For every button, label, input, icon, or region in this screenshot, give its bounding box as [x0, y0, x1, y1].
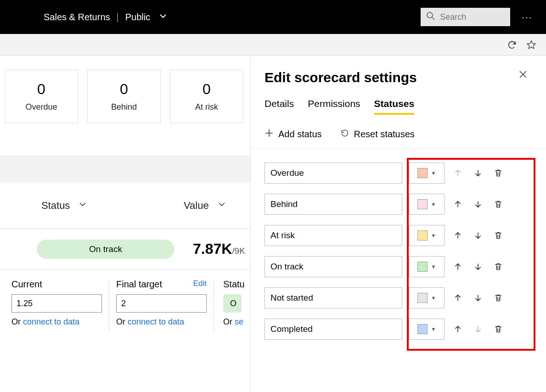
chevron-down-icon: [217, 200, 226, 212]
card-count: 0: [203, 81, 211, 98]
color-swatch-icon: [417, 262, 428, 272]
workspace-name[interactable]: Sales & Returns: [44, 12, 110, 22]
color-swatch-dropdown[interactable]: ▼: [409, 256, 445, 277]
search-box[interactable]: [421, 8, 510, 26]
delete-button[interactable]: [491, 260, 505, 274]
chevron-down-icon[interactable]: [158, 11, 168, 23]
edit-link[interactable]: Edit: [193, 279, 207, 290]
panel-tabs: Details Permissions Statuses: [265, 98, 537, 115]
add-status-button[interactable]: Add status: [265, 129, 322, 140]
caret-down-icon: ▼: [431, 233, 436, 238]
delete-button[interactable]: [491, 291, 505, 305]
search-input[interactable]: [440, 12, 505, 22]
color-swatch-icon: [417, 168, 428, 178]
reset-label: Reset statuses: [354, 129, 415, 140]
move-down-button[interactable]: [471, 166, 485, 180]
card-behind[interactable]: 0 Behind: [87, 70, 161, 123]
status-row: ▼: [265, 225, 537, 246]
current-input[interactable]: [11, 294, 102, 313]
tab-statuses[interactable]: Statuses: [374, 98, 415, 115]
status-row: ▼: [265, 319, 537, 340]
svg-line-1: [432, 17, 434, 20]
visibility-label[interactable]: Public: [125, 12, 150, 22]
connect-to-data-link[interactable]: connect to data: [23, 317, 79, 326]
move-up-button[interactable]: [451, 322, 465, 336]
status-row: ▼: [265, 162, 537, 184]
move-up-button[interactable]: [451, 197, 465, 211]
card-count: 0: [37, 81, 45, 98]
field-label: Statu: [223, 279, 245, 289]
metric-value: 7.87K/9K: [193, 241, 245, 258]
panel-actions: Add status Reset statuses: [251, 129, 546, 149]
status-name-input[interactable]: [265, 162, 402, 184]
status-name-input[interactable]: [265, 287, 402, 308]
final-target-input[interactable]: [116, 294, 207, 313]
color-swatch-dropdown[interactable]: ▼: [409, 225, 445, 246]
status-name-input[interactable]: [265, 194, 402, 215]
card-overdue[interactable]: 0 Overdue: [5, 70, 78, 123]
color-swatch-dropdown[interactable]: ▼: [409, 162, 445, 184]
delete-button[interactable]: [491, 229, 505, 242]
column-label: Status: [41, 200, 70, 212]
color-swatch-icon: [417, 230, 428, 241]
color-swatch-dropdown[interactable]: ▼: [409, 194, 445, 215]
caret-down-icon: ▼: [431, 295, 436, 301]
add-status-label: Add status: [278, 129, 322, 140]
delete-button[interactable]: [491, 322, 505, 336]
status-row: ▼: [265, 256, 537, 277]
favorite-star-icon[interactable]: [526, 39, 537, 50]
move-down-button[interactable]: [471, 260, 485, 274]
svg-point-0: [427, 12, 433, 18]
close-icon[interactable]: [518, 70, 528, 81]
breadcrumb-divider: |: [117, 12, 119, 22]
more-options-icon[interactable]: ···: [522, 12, 532, 22]
color-swatch-dropdown[interactable]: ▼: [409, 287, 445, 308]
color-swatch-dropdown[interactable]: ▼: [409, 319, 445, 340]
card-at-risk[interactable]: 0 At risk: [170, 70, 243, 123]
top-navigation: Sales & Returns | Public ···: [0, 0, 546, 34]
settings-panel: Edit scorecard settings Details Permissi…: [250, 56, 546, 392]
color-swatch-icon: [417, 199, 428, 209]
status-row: ▼: [265, 194, 537, 215]
status-row: ▼: [265, 287, 537, 308]
value-main: 7.87K: [193, 241, 232, 257]
tab-details[interactable]: Details: [265, 98, 294, 115]
move-up-button[interactable]: [451, 229, 465, 242]
status-name-input[interactable]: [265, 319, 402, 340]
delete-button[interactable]: [491, 197, 505, 211]
reset-icon: [340, 129, 349, 140]
status-pill[interactable]: On track: [37, 240, 174, 259]
value-sub: /9K: [232, 246, 245, 256]
status-pill-small[interactable]: O: [223, 294, 242, 313]
move-down-button[interactable]: [471, 197, 485, 211]
column-label: Value: [184, 200, 209, 212]
status-name-input[interactable]: [265, 225, 402, 246]
connect-text: Or connect to data: [116, 317, 207, 327]
refresh-icon[interactable]: [507, 39, 518, 50]
caret-down-icon: ▼: [431, 264, 436, 269]
caret-down-icon: ▼: [431, 202, 436, 207]
field-label: Final target: [116, 279, 162, 290]
delete-button[interactable]: [491, 166, 505, 180]
move-up-button[interactable]: [451, 260, 465, 274]
plus-icon: [265, 129, 274, 140]
move-down-button: [471, 322, 485, 336]
sub-toolbar: [0, 34, 546, 56]
card-count: 0: [120, 81, 128, 98]
status-field-block: Statu O Or se: [219, 279, 245, 331]
column-header-value[interactable]: Value: [184, 200, 226, 212]
column-header-status[interactable]: Status: [41, 200, 184, 212]
panel-title: Edit scorecard settings: [265, 70, 537, 85]
breadcrumb: Sales & Returns | Public: [44, 11, 168, 23]
move-up-button[interactable]: [451, 291, 465, 305]
search-icon: [426, 11, 435, 23]
card-label: Behind: [111, 102, 137, 112]
move-down-button[interactable]: [471, 229, 485, 242]
current-field-block: Current Or connect to data: [9, 279, 109, 331]
tab-permissions[interactable]: Permissions: [308, 98, 360, 115]
connect-to-data-link[interactable]: connect to data: [128, 317, 184, 326]
reset-statuses-button[interactable]: Reset statuses: [340, 129, 415, 140]
status-name-input[interactable]: [265, 256, 402, 277]
move-down-button[interactable]: [471, 291, 485, 305]
set-rules-link[interactable]: se: [235, 317, 243, 326]
